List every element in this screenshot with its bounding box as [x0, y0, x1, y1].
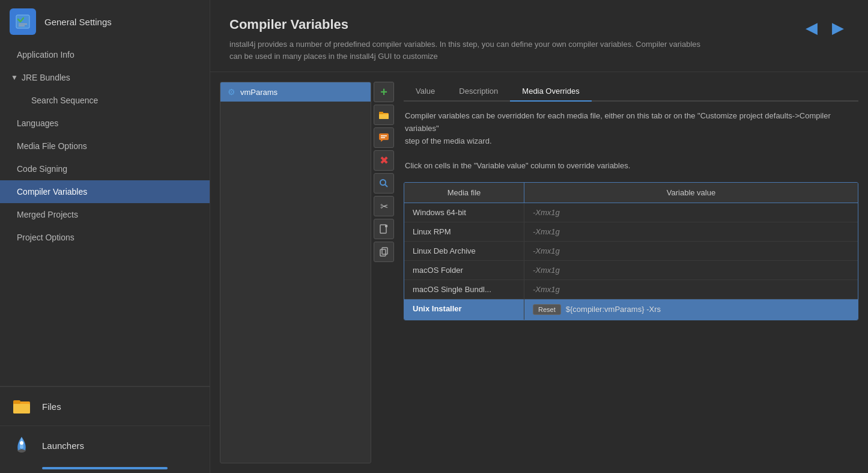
svg-rect-19 [382, 248, 387, 254]
variable-list-row: ⚙ vmParams + [220, 82, 394, 463]
table-row-linux-rpm[interactable]: Linux RPM -Xmx1g [404, 222, 858, 242]
toolbar-buttons: + [374, 82, 394, 463]
sidebar-nav: Application Info ▼ JRE Bundles Search Se… [0, 43, 210, 386]
sidebar-item-languages[interactable]: Languages [0, 112, 210, 135]
unix-installer-value: ${compiler:vmParams} -Xrs [566, 305, 661, 314]
main-header: Compiler Variables install4j provides a … [210, 0, 868, 72]
main-content: Compiler Variables install4j provides a … [210, 0, 868, 473]
sidebar-item-launchers[interactable]: Launchers [0, 426, 210, 465]
header-media-file: Media file [404, 183, 524, 203]
variable-list-panel: ⚙ vmParams + [220, 82, 394, 463]
sidebar-item-code-signing[interactable]: Code Signing [0, 157, 210, 180]
launchers-icon [10, 433, 34, 457]
table-row-macos-bundle[interactable]: macOS Single Bundl... -Xmx1g [404, 280, 858, 299]
cell-value-linux-rpm[interactable]: -Xmx1g [524, 222, 858, 241]
svg-rect-9 [379, 114, 389, 119]
files-label: Files [42, 401, 61, 412]
cell-media-macos-bundle: macOS Single Bundl... [404, 280, 524, 299]
svg-rect-18 [380, 249, 386, 256]
copy-button[interactable] [374, 242, 394, 262]
variable-list[interactable]: ⚙ vmParams [220, 82, 371, 463]
general-settings-label: General Settings [44, 17, 112, 27]
new-doc-button[interactable] [374, 219, 394, 239]
variable-item-label: vmParams [240, 88, 278, 97]
files-icon [10, 394, 34, 418]
sidebar-item-jre-bundles[interactable]: ▼ JRE Bundles [0, 66, 210, 89]
table-row-linux-deb[interactable]: Linux Deb Archive -Xmx1g [404, 242, 858, 261]
page-title: Compiler Variables [229, 17, 710, 32]
tab-media-overrides[interactable]: Media Overrides [510, 82, 591, 102]
svg-rect-5 [13, 400, 20, 404]
override-table: Media file Variable value Windows 64-bit… [404, 182, 858, 320]
reset-button[interactable]: Reset [533, 304, 561, 315]
sidebar-item-files[interactable]: Files [0, 386, 210, 426]
svg-point-14 [380, 180, 386, 185]
sidebar-item-project-options[interactable]: Project Options [0, 226, 210, 249]
gear-icon: ⚙ [228, 87, 235, 97]
cell-value-macos-folder[interactable]: -Xmx1g [524, 261, 858, 279]
comment-button[interactable] [374, 127, 394, 148]
table-row-macos-folder[interactable]: macOS Folder -Xmx1g [404, 261, 858, 280]
scrollbar-indicator [42, 467, 168, 469]
cell-media-linux-deb: Linux Deb Archive [404, 242, 524, 260]
sidebar-item-application-info[interactable]: Application Info [0, 43, 210, 66]
folder-button[interactable] [374, 105, 394, 125]
nav-arrows: ◀ ▶ [801, 17, 849, 38]
nav-back-button[interactable]: ◀ [801, 17, 822, 38]
page-description: install4j provides a number of predefine… [229, 38, 710, 62]
svg-point-7 [20, 441, 23, 445]
detail-panel: Value Description Media Overrides Compil… [404, 82, 858, 463]
header-variable-value: Variable value [524, 183, 858, 203]
svg-rect-4 [13, 404, 30, 413]
sidebar-item-merged-projects[interactable]: Merged Projects [0, 203, 210, 226]
main-body: ⚙ vmParams + [210, 72, 868, 473]
cell-media-windows-64: Windows 64-bit [404, 203, 524, 222]
tab-description[interactable]: Description [447, 82, 510, 102]
table-header: Media file Variable value [404, 183, 858, 203]
cell-value-windows-64[interactable]: -Xmx1g [524, 203, 858, 222]
cell-value-unix-installer[interactable]: Reset ${compiler:vmParams} -Xrs [524, 299, 858, 320]
cell-media-linux-rpm: Linux RPM [404, 222, 524, 241]
sidebar: General Settings Application Info ▼ JRE … [0, 0, 210, 473]
nav-forward-button[interactable]: ▶ [827, 17, 849, 38]
sidebar-item-general-settings[interactable]: General Settings [0, 0, 210, 43]
svg-line-15 [385, 185, 387, 187]
cell-value-macos-bundle[interactable]: -Xmx1g [524, 280, 858, 299]
svg-rect-10 [379, 112, 383, 114]
svg-rect-17 [385, 225, 387, 227]
cell-media-macos-folder: macOS Folder [404, 261, 524, 279]
variable-item-vmparams[interactable]: ⚙ vmParams [220, 82, 371, 102]
cut-button[interactable]: ✂ [374, 196, 394, 216]
launchers-label: Launchers [42, 441, 84, 451]
tab-bar: Value Description Media Overrides [404, 82, 858, 102]
cell-media-unix-installer: Unix Installer [404, 299, 524, 320]
general-settings-icon [10, 8, 36, 35]
sidebar-item-media-file-options[interactable]: Media File Options [0, 135, 210, 157]
svg-rect-11 [379, 133, 389, 140]
tab-value[interactable]: Value [404, 82, 447, 102]
table-row-windows-64[interactable]: Windows 64-bit -Xmx1g [404, 203, 858, 222]
arrow-icon: ▼ [11, 73, 18, 82]
sidebar-item-compiler-variables[interactable]: Compiler Variables [0, 180, 210, 203]
delete-button[interactable]: ✖ [374, 150, 394, 171]
sidebar-item-search-sequence[interactable]: Search Sequence [0, 89, 210, 112]
search-button[interactable] [374, 173, 394, 194]
add-button[interactable]: + [374, 82, 394, 102]
table-row-unix-installer[interactable]: Unix Installer Reset ${compiler:vmParams… [404, 299, 858, 320]
cell-value-linux-deb[interactable]: -Xmx1g [524, 242, 858, 260]
tab-content-description: Compiler variables can be overridden for… [404, 110, 858, 172]
sidebar-bottom: Files Launchers [0, 386, 210, 473]
header-text: Compiler Variables install4j provides a … [229, 17, 710, 62]
